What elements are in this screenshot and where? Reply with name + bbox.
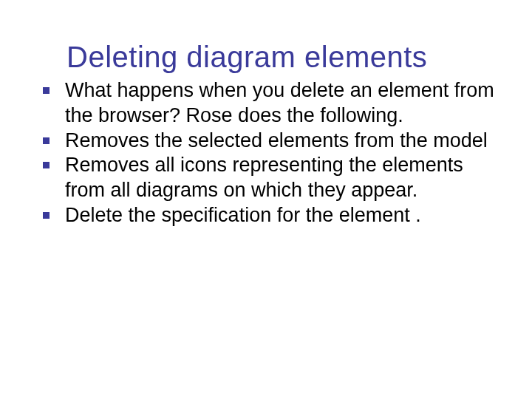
slide-title: Deleting diagram elements	[66, 41, 502, 74]
list-item: Delete the specification for the element…	[30, 203, 502, 228]
slide: Deleting diagram elements What happens w…	[0, 0, 532, 399]
list-item: Removes all icons representing the eleme…	[30, 153, 502, 203]
list-item: Removes the selected elements from the m…	[30, 129, 502, 154]
list-item: What happens when you delete an element …	[30, 78, 502, 129]
bullet-list: What happens when you delete an element …	[30, 78, 502, 228]
